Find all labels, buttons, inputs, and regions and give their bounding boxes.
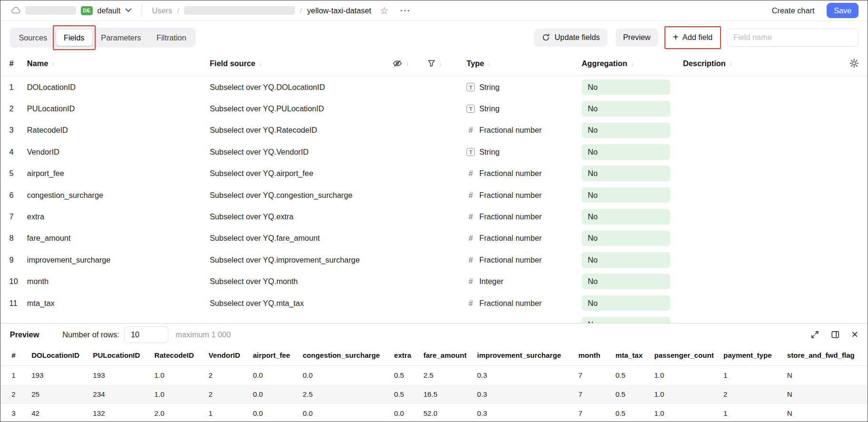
field-source[interactable]: Subselect over YQ.PULocationID [210, 104, 392, 113]
field-name[interactable]: airport_fee [27, 169, 210, 178]
field-row[interactable]: 8fare_amountSubselect over YQ.fare_amoun… [0, 227, 868, 249]
field-index: 8 [10, 234, 27, 243]
field-type-label: Fractional number [479, 191, 542, 200]
preview-toggle-button[interactable]: Preview [615, 29, 658, 46]
preview-cell: 1.0 [654, 371, 723, 379]
field-type[interactable]: #Fractional number [467, 212, 582, 221]
field-name[interactable]: month [27, 277, 210, 286]
field-type[interactable]: #Fractional number [467, 126, 582, 135]
aggregation-select[interactable]: No [582, 101, 670, 117]
field-name[interactable]: improvement_surcharge [27, 255, 210, 265]
field-name[interactable]: fare_amount [27, 234, 210, 243]
preview-table-body: 11931931.020.00.00.52.50.370.51.01N22523… [0, 366, 868, 422]
field-name[interactable]: mta_tax [27, 299, 210, 308]
preview-cell: 42 [31, 409, 93, 417]
field-type[interactable]: TString [467, 104, 582, 113]
aggregation-select[interactable]: No [582, 166, 670, 181]
split-view-icon[interactable] [831, 330, 840, 339]
field-row[interactable]: 10monthSubselect over YQ.month#IntegerNo [0, 271, 868, 292]
field-type[interactable]: #Fractional number [467, 169, 582, 178]
environment-selector[interactable]: default [97, 6, 120, 15]
aggregation-select[interactable]: No [582, 79, 670, 95]
col-header-hidden[interactable]: ↓ [392, 59, 428, 68]
col-header-source-label: Field source [210, 59, 255, 68]
field-name[interactable]: PULocationID [27, 104, 210, 113]
field-source[interactable]: Subselect over YQ.airport_fee [210, 169, 392, 178]
aggregation-select[interactable]: No [582, 274, 670, 289]
aggregation-select[interactable]: No [582, 252, 670, 268]
aggregation-select[interactable]: No [582, 123, 670, 138]
tab-sources[interactable]: Sources [11, 29, 55, 46]
field-source[interactable]: Subselect over YQ.improvement_surcharge [210, 255, 392, 265]
field-row[interactable]: 7extraSubselect over YQ.extra#Fractional… [0, 206, 868, 227]
tab-filtration[interactable]: Filtration [149, 29, 194, 46]
field-row[interactable]: 5airport_feeSubselect over YQ.airport_fe… [0, 163, 868, 184]
expand-preview-icon[interactable] [810, 330, 819, 339]
sort-arrow-icon[interactable]: ↓ [729, 59, 732, 67]
sort-arrow-icon[interactable]: ↓ [259, 59, 262, 67]
save-button[interactable]: Save [827, 3, 858, 19]
field-name[interactable]: RatecodeID [27, 126, 210, 135]
aggregation-select[interactable]: No [582, 295, 670, 311]
field-row[interactable]: 2PULocationIDSubselect over YQ.PULocatio… [0, 98, 868, 119]
preview-row: 3421322.010.00.00.052.00.370.51.01N [0, 403, 868, 422]
sort-arrow-icon[interactable]: ↓ [439, 59, 442, 67]
tab-parameters[interactable]: Parameters [93, 29, 149, 46]
field-type[interactable]: #Fractional number [467, 234, 582, 243]
field-name[interactable]: extra [27, 212, 210, 221]
field-source[interactable]: Subselect over YQ.mta_tax [210, 299, 392, 308]
sort-arrow-icon[interactable]: ↓ [631, 59, 634, 67]
field-source[interactable]: Subselect over YQ.VendorID [210, 147, 392, 157]
field-row[interactable]: 6congestion_surchargeSubselect over YQ.c… [0, 184, 868, 206]
field-name-input[interactable] [727, 29, 858, 46]
aggregation-select[interactable]: No [582, 209, 670, 225]
preview-cell: 2.0 [155, 409, 209, 417]
number-of-rows-input[interactable] [124, 326, 168, 343]
field-row[interactable]: 1DOLocationIDSubselect over YQ.DOLocatio… [0, 76, 868, 98]
sort-arrow-icon[interactable]: ↓ [488, 59, 491, 67]
table-settings[interactable] [837, 59, 859, 68]
col-header-type[interactable]: Type ↓ [467, 59, 582, 68]
aggregation-select[interactable]: No [582, 317, 670, 323]
update-fields-button[interactable]: Update fields [534, 29, 607, 46]
field-row[interactable]: 9improvement_surchargeSubselect over YQ.… [0, 249, 868, 271]
field-source[interactable]: Subselect over YQ.congestion_surcharge [210, 191, 392, 200]
field-source[interactable]: Subselect over YQ.extra [210, 212, 392, 221]
col-header-aggregation[interactable]: Aggregation ↓ [582, 59, 683, 68]
aggregation-select[interactable]: No [582, 144, 670, 160]
col-header-name[interactable]: Name ↓ [27, 59, 210, 68]
close-preview-icon[interactable]: × [851, 329, 858, 340]
field-source[interactable]: Subselect over YQ.RatecodeID [210, 126, 392, 135]
create-chart-button[interactable]: Create chart [772, 6, 815, 15]
col-header-description[interactable]: Description ↓ [683, 59, 837, 68]
sort-arrow-icon[interactable]: ↓ [51, 59, 55, 67]
col-header-field-source[interactable]: Field source ↓ [210, 59, 392, 68]
field-type[interactable]: #Fractional number [467, 191, 582, 200]
sort-arrow-icon[interactable]: ↓ [406, 59, 409, 67]
field-source[interactable]: Subselect over YQ.fare_amount [210, 234, 392, 243]
field-row[interactable]: 4VendorIDSubselect over YQ.VendorIDTStri… [0, 141, 868, 163]
aggregation-select[interactable]: No [582, 187, 670, 203]
more-actions-icon[interactable]: ⋯ [400, 5, 410, 16]
field-type[interactable]: TString [467, 83, 582, 92]
add-field-button[interactable]: + Add field [666, 29, 719, 46]
preview-col-header: RatecodeID [155, 351, 209, 359]
aggregation-select[interactable]: No [582, 231, 670, 246]
col-header-filter[interactable]: ↓ [428, 59, 466, 67]
field-row[interactable]: 11mta_taxSubselect over YQ.mta_tax#Fract… [0, 292, 868, 314]
tab-fields[interactable]: Fields [56, 29, 92, 46]
field-type[interactable]: #Integer [467, 277, 582, 286]
favorite-star-icon[interactable]: ☆ [380, 5, 389, 16]
chevron-down-icon[interactable] [125, 8, 132, 12]
field-name[interactable]: VendorID [27, 147, 210, 157]
breadcrumb-users[interactable]: Users [152, 6, 172, 15]
field-name[interactable]: congestion_surcharge [27, 191, 210, 200]
field-source[interactable]: Subselect over YQ.month [210, 277, 392, 286]
field-row[interactable]: 3RatecodeIDSubselect over YQ.RatecodeID#… [0, 119, 868, 141]
field-type[interactable]: TString [467, 147, 582, 157]
field-type[interactable]: #Fractional number [467, 255, 582, 265]
field-type[interactable]: #Fractional number [467, 299, 582, 308]
field-source[interactable]: Subselect over YQ.DOLocationID [210, 83, 392, 92]
field-name[interactable]: DOLocationID [27, 83, 210, 92]
preview-cell: 2.5 [302, 390, 394, 398]
